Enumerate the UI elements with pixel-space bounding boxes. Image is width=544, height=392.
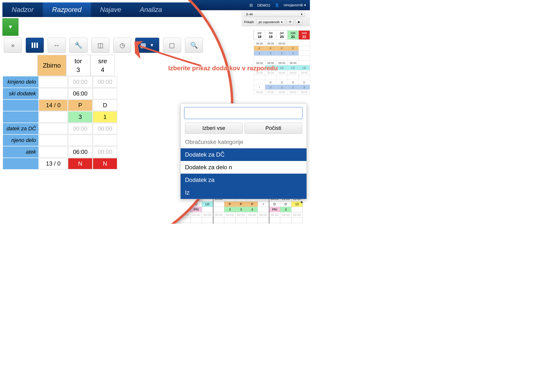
shift-cell[interactable]: [291, 207, 303, 212]
shift-cell[interactable]: [247, 218, 258, 223]
day-header[interactable]: ned22: [298, 31, 310, 39]
mini-cell[interactable]: 00:00: [288, 70, 299, 75]
mini-cell[interactable]: LD: [288, 65, 299, 70]
mini-cell[interactable]: 2: [299, 85, 310, 90]
mini-cell[interactable]: 06:00: [265, 41, 276, 46]
mini-cell[interactable]: 2: [288, 51, 299, 56]
shift-cell[interactable]: 06:00: [247, 223, 258, 224]
mini-cell[interactable]: 06:00: [254, 41, 265, 46]
shift-cell[interactable]: D: [269, 202, 280, 207]
mini-cell[interactable]: 00:00: [288, 90, 299, 95]
dropdown-search-input[interactable]: [184, 107, 303, 119]
mini-cell[interactable]: P: [265, 46, 276, 51]
mini-cell[interactable]: [265, 75, 276, 80]
mini-cell[interactable]: [299, 51, 310, 56]
day-header[interactable]: sob21: [287, 31, 298, 39]
shift-cell[interactable]: [258, 223, 269, 224]
zoom-nav-analiza[interactable]: Analiza: [131, 2, 171, 17]
mini-cell[interactable]: /: [254, 85, 265, 90]
shift-cell[interactable]: [202, 207, 213, 212]
mini-cell[interactable]: 00:00: [254, 90, 265, 95]
shift-cell[interactable]: D: [280, 202, 291, 207]
shift-cell[interactable]: 3: [280, 207, 291, 212]
shift-cell[interactable]: [280, 223, 291, 224]
mini-cell[interactable]: [299, 56, 310, 61]
shift-cell[interactable]: [202, 218, 213, 223]
zoom-add-button[interactable]: ▼: [2, 18, 18, 36]
shift-cell[interactable]: [202, 223, 213, 224]
mini-cell[interactable]: [288, 75, 299, 80]
shift-cell[interactable]: 3: [224, 207, 236, 212]
dropdown-option[interactable]: Dodatek za: [181, 174, 307, 186]
shift-cell[interactable]: [213, 202, 224, 207]
org-name[interactable]: DEMO2: [257, 3, 270, 7]
shift-cell[interactable]: 00:00: [247, 212, 258, 218]
zoom-nav-nadzor[interactable]: Nadzor: [2, 2, 43, 17]
mini-cell[interactable]: P: [276, 46, 288, 51]
plan-select[interactable]: E-4h▾: [244, 11, 305, 17]
columns-button[interactable]: [26, 38, 44, 53]
shift-cell[interactable]: [180, 223, 191, 224]
shift-cell[interactable]: 13: [291, 202, 303, 207]
mini-cell[interactable]: LD: [276, 65, 288, 70]
shift-cell[interactable]: P: [247, 202, 258, 207]
shift-cell[interactable]: [280, 218, 291, 223]
mini-cell[interactable]: 06:00: [276, 61, 288, 65]
shift-cell[interactable]: 3: [236, 207, 247, 212]
settings-button[interactable]: 🔧: [70, 38, 88, 53]
mini-cell[interactable]: 00:00: [299, 90, 310, 95]
mini-cell[interactable]: P: [254, 46, 265, 51]
mini-cell[interactable]: D: [299, 80, 310, 85]
shift-cell[interactable]: P: [236, 202, 247, 207]
shift-cell[interactable]: 00:00: [202, 212, 213, 218]
mini-cell[interactable]: D: [265, 80, 276, 85]
refresh-button[interactable]: ⟳: [287, 19, 294, 25]
mini-cell[interactable]: 2: [254, 51, 265, 56]
layout-button[interactable]: ◫: [91, 38, 109, 53]
shift-cell[interactable]: 00:00: [236, 212, 247, 218]
clock-button[interactable]: ◷: [113, 38, 131, 53]
shift-cell[interactable]: P: [224, 202, 236, 207]
user-menu[interactable]: ninojavornik ▾: [284, 3, 306, 7]
mini-cell[interactable]: [254, 56, 265, 61]
mini-cell[interactable]: [276, 75, 288, 80]
mini-cell[interactable]: [288, 41, 299, 46]
mini-cell[interactable]: 2: [276, 85, 288, 90]
mini-cell[interactable]: [276, 56, 288, 61]
zoom-nav-razpored[interactable]: Razpored: [43, 2, 91, 17]
day-header[interactable]: sre18: [254, 31, 265, 39]
mini-cell[interactable]: 00:00: [276, 90, 288, 95]
mini-cell[interactable]: 2: [288, 85, 299, 90]
shift-cell[interactable]: 00:00: [191, 212, 202, 218]
shift-cell[interactable]: 00:00: [224, 212, 236, 218]
mini-cell[interactable]: 06:00: [288, 61, 299, 65]
prikazi-select[interactable]: po zaposlencih ▾: [256, 19, 285, 25]
mini-cell[interactable]: 00:00: [299, 70, 310, 75]
shift-cell[interactable]: [191, 218, 202, 223]
stretch-button[interactable]: ↔: [48, 38, 66, 53]
mini-cell[interactable]: 00:00: [265, 90, 276, 95]
shift-cell[interactable]: [213, 218, 224, 223]
mini-cell[interactable]: P: [288, 46, 299, 51]
day-header[interactable]: pet20: [276, 31, 287, 39]
mini-cell[interactable]: [288, 56, 299, 61]
shift-cell[interactable]: [258, 218, 269, 223]
mini-cell[interactable]: [299, 61, 310, 65]
shift-cell[interactable]: 00:00: [258, 212, 269, 218]
shift-cell[interactable]: LD: [202, 202, 213, 207]
dropdown-option[interactable]: Dodatek za DČ: [181, 148, 307, 161]
mini-cell[interactable]: LD: [299, 65, 310, 70]
mini-cell[interactable]: [265, 56, 276, 61]
shift-cell[interactable]: [291, 218, 303, 223]
shift-cell[interactable]: [213, 207, 224, 212]
shift-cell[interactable]: 00:00: [291, 212, 303, 218]
mini-cell[interactable]: 00:00: [276, 70, 288, 75]
mini-cell[interactable]: D: [288, 80, 299, 85]
shift-cell[interactable]: 00:00: [213, 212, 224, 218]
mini-cell[interactable]: D: [276, 80, 288, 85]
expand-right-button[interactable]: »: [4, 38, 22, 53]
mini-cell[interactable]: [254, 75, 265, 80]
mini-cell[interactable]: [299, 75, 310, 80]
mini-cell[interactable]: 2: [276, 51, 288, 56]
select-all-button[interactable]: Izberi vse: [185, 123, 243, 134]
